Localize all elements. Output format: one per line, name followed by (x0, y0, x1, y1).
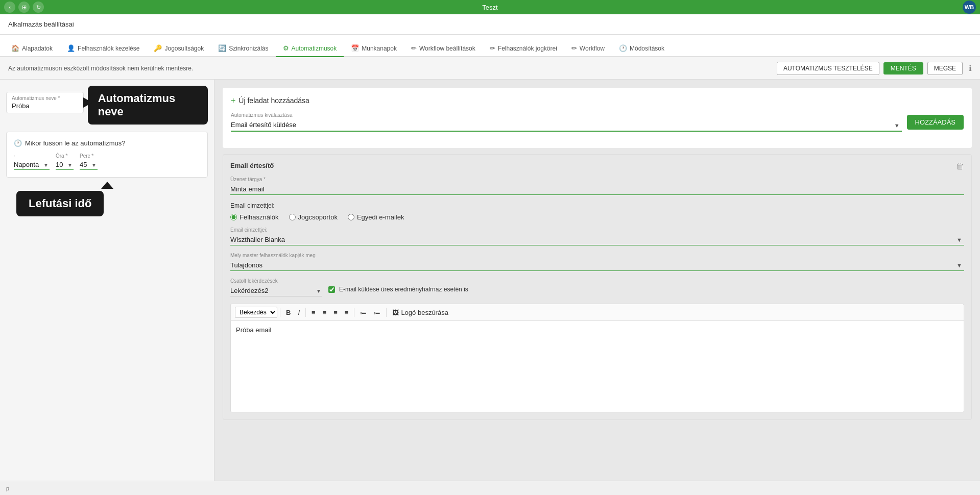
top-bar-controls: ‹ ⊞ ↻ (4, 2, 44, 13)
save-button[interactable]: MENTÉS (883, 62, 923, 75)
tab-felhasznalok[interactable]: 👤 Felhasználók kezelése (60, 40, 147, 57)
separator-4 (386, 308, 387, 317)
toolbar-status-text: Az automatizmuson eszközölt módosítások … (8, 65, 193, 72)
automation-name-label: Automatizmus neve * (12, 95, 78, 101)
minute-select[interactable]: 45 00 15 30 (80, 160, 98, 170)
email-cimzettjei-select[interactable]: Wiszthaller Blanka (230, 234, 964, 245)
empty-result-checkbox-label[interactable]: E-mail küldése üres eredményhalrnaz eset… (328, 286, 468, 293)
align-left-button[interactable]: ≡ (308, 307, 319, 318)
user-avatar: WB (963, 1, 976, 14)
tab-szinkronizalas[interactable]: 🔄 Szinkronizálás (211, 40, 275, 57)
cancel-button[interactable]: MEGSE (927, 62, 963, 75)
tab-munkanapok-label: Munkanapok (362, 45, 397, 52)
tab-workflow[interactable]: ✏ Workflow (564, 40, 612, 57)
refresh-button[interactable]: ↻ (33, 2, 44, 13)
mely-master-select[interactable]: Tulajdonos (230, 260, 964, 271)
automation-name-tooltip: Automatizmus neve (88, 86, 208, 125)
separator-1 (280, 308, 280, 317)
tab-munkanapok[interactable]: 📅 Munkanapok (344, 40, 404, 57)
tab-workflow-label: Workflow (580, 45, 605, 52)
new-task-card: + Új feladat hozzáadása Automatizmus kiv… (223, 88, 972, 148)
schedule-row: · Naponta Hetente Havonta ▼ Óra * (14, 153, 200, 170)
workflow-beallitasok-icon: ✏ (411, 44, 417, 52)
felhasznalok-jogkorei-icon: ✏ (490, 44, 495, 52)
radio-egyedi-input[interactable] (348, 214, 354, 220)
schedule-clock-icon: 🕐 (14, 139, 22, 147)
frequency-select[interactable]: Naponta Hetente Havonta (14, 160, 50, 170)
jogosultsagok-icon: 🔑 (154, 44, 162, 52)
ordered-list-button[interactable]: ≔ (371, 307, 384, 318)
schedule-card: 🕐 Mikor fusson le az automatizmus? · Nap… (6, 132, 208, 178)
uzenet-targya-label: Üzenet tárgya * (230, 177, 964, 182)
app-header-title: Alkalmazás beállításai (8, 20, 74, 28)
email-cimzettjei-field: Email cimzettjei: Wiszthaller Blanka ▼ (230, 227, 964, 245)
tab-automatizmusok[interactable]: ⚙ Automatizmusok (276, 40, 344, 57)
csatolt-select[interactable]: Lekérdezés2 (230, 285, 322, 296)
csatolt-select-wrapper: Lekérdezés2 ▼ (230, 285, 322, 296)
tab-felhasznalok-jogkorei-label: Felhasználók jogkörei (498, 45, 557, 52)
frequency-field: · Naponta Hetente Havonta ▼ (14, 153, 50, 170)
lefutasi-ido-tooltip: Lefutási idő (6, 191, 208, 216)
bold-button[interactable]: B (283, 307, 294, 318)
radio-felhasznalok[interactable]: Felhasználók (230, 213, 279, 221)
right-panel: + Új feladat hozzáadása Automatizmus kiv… (214, 80, 980, 495)
hour-select[interactable]: 10 11 12 (56, 160, 74, 170)
automation-type-select[interactable]: Email értesítő küldése Feladat létrehozá… (231, 119, 902, 132)
csatolt-field: Csatolt lekérdezések Lekérdezés2 ▼ (230, 278, 322, 296)
align-center-button[interactable]: ≡ (320, 307, 330, 318)
format-select[interactable]: Bekezdés Fejléc 1 Fejléc 2 (235, 307, 277, 318)
italic-button[interactable]: I (295, 307, 303, 318)
email-section-title: Email értesítő (230, 162, 964, 169)
tab-jogosultsagok[interactable]: 🔑 Jogosultságok (147, 40, 211, 57)
logo-icon: 🖼 (392, 309, 399, 316)
tab-felhasznalok-label: Felhasználók kezelése (78, 45, 139, 52)
schedule-header: 🕐 Mikor fusson le az automatizmus? (14, 139, 200, 147)
align-right-button[interactable]: ≡ (330, 307, 341, 318)
empty-result-checkbox-text: E-mail küldése üres eredményhalrnaz eset… (339, 286, 468, 293)
hour-label: Óra * (56, 153, 74, 159)
radio-jogcsoportok[interactable]: Jogcsoportok (289, 213, 338, 221)
nav-tabs: 🏠 Alapadatok 👤 Felhasználók kezelése 🔑 J… (0, 35, 980, 57)
delete-icon[interactable]: 🗑 (956, 162, 964, 171)
lefutasi-ido-text: Lefutási idő (16, 191, 104, 216)
minute-field: Perc * 45 00 15 30 ▼ (80, 153, 98, 170)
app-title: Teszt (482, 4, 497, 11)
editor-container: Bekezdés Fejléc 1 Fejléc 2 B I ≡ ≡ ≡ ≡ ≔… (230, 304, 964, 412)
editor-area[interactable]: Próba email (230, 320, 964, 412)
empty-result-checkbox[interactable] (328, 286, 335, 293)
left-panel: Automatizmus neve * Próba Automatizmus n… (0, 80, 214, 495)
tab-workflow-beallitasok[interactable]: ✏ Workflow beállítások (404, 40, 483, 57)
bottom-bar-text: p (6, 485, 9, 491)
modositasok-icon: 🕐 (619, 44, 627, 52)
automatizmusok-icon: ⚙ (283, 44, 289, 52)
automation-select-row: Automatizmus kiválasztása Email értesítő… (231, 112, 964, 132)
grid-button[interactable]: ⊞ (18, 2, 30, 13)
automation-select-wrapper: Email értesítő küldése Feladat létrehozá… (231, 119, 902, 132)
back-button[interactable]: ‹ (4, 2, 15, 13)
radio-egyedi[interactable]: Egyedi e-mailek (348, 213, 404, 221)
logo-insert-button[interactable]: 🖼 Logó beszúrása (389, 307, 451, 318)
tab-szinkronizalas-label: Szinkronizálás (229, 45, 268, 52)
minute-label: Perc * (80, 153, 98, 159)
tab-alapadatok[interactable]: 🏠 Alapadatok (4, 40, 60, 57)
automation-name-input[interactable]: Próba (12, 102, 78, 110)
workflow-icon: ✏ (571, 44, 577, 52)
info-icon[interactable]: ℹ (969, 64, 972, 73)
tab-felhasznalok-jogkorei[interactable]: ✏ Felhasználók jogkörei (483, 40, 564, 57)
automation-select-label: Automatizmus kiválasztása (231, 112, 902, 118)
automation-name-container: Automatizmus neve * Próba Automatizmus n… (6, 86, 208, 125)
test-automation-button[interactable]: AUTOMATIZMUS TESZTELÉSE (777, 62, 879, 75)
radio-felhasznalok-input[interactable] (230, 214, 237, 220)
radio-jogcsoportok-label: Jogcsoportok (298, 213, 338, 221)
uzenet-targya-input[interactable] (230, 184, 964, 195)
add-task-button[interactable]: HOZZÁADÁS (907, 115, 964, 130)
tab-modositasok[interactable]: 🕐 Módosítások (612, 40, 672, 57)
app-header: Alkalmazás beállításai (0, 14, 980, 35)
mely-master-field: Mely master felhasználók kapják meg Tula… (230, 253, 964, 271)
tab-automatizmusok-label: Automatizmusok (292, 45, 337, 52)
radio-jogcsoportok-input[interactable] (289, 214, 296, 220)
justify-button[interactable]: ≡ (342, 307, 352, 318)
bullet-list-button[interactable]: ≔ (357, 307, 370, 318)
tab-modositasok-label: Módosítások (630, 45, 664, 52)
arrow-up-icon (101, 182, 113, 189)
